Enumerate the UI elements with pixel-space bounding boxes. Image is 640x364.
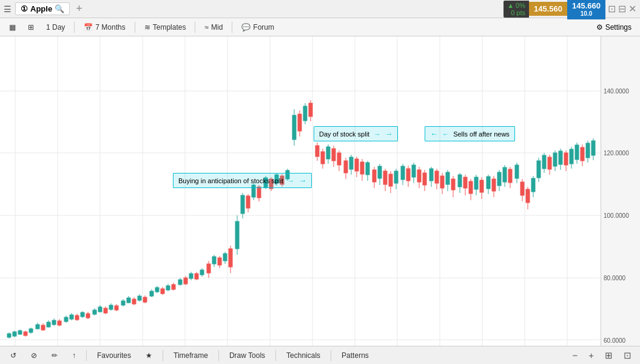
tab-number: ① [21,4,28,13]
scroll-button[interactable]: ⊡ [619,348,636,363]
svg-rect-40 [24,332,27,335]
mid-button[interactable]: ≈ Mid [199,21,228,34]
timeframe-button[interactable]: Timeframe [167,349,215,362]
svg-rect-138 [303,106,307,121]
minimize-icon[interactable]: ⊟ [618,3,626,15]
templates-button[interactable]: ≋ Templates [139,21,192,34]
add-chart-button[interactable]: ⊞ [600,348,618,363]
separator3 [195,22,195,33]
svg-rect-46 [41,325,45,330]
svg-rect-156 [355,159,359,171]
restore-icon[interactable]: ⊡ [608,3,616,15]
svg-rect-210 [508,169,512,183]
svg-rect-72 [115,306,118,310]
svg-rect-196 [469,181,473,194]
svg-rect-230 [564,153,568,165]
annotation-stock-split: Day of stock split → [314,126,398,141]
menu-icon[interactable]: ☰ [4,4,12,14]
price-badge: ▲ 0% 0 pts 145.560 145.660 10.0 ⊡ ⊟ ✕ [504,0,636,19]
star-button[interactable]: ★ [139,349,159,362]
svg-rect-192 [458,175,462,187]
reset-icon: ↺ [10,351,16,360]
bottom-separator5 [331,350,331,361]
zoom-out-button[interactable]: − [567,348,582,363]
patterns-button[interactable]: Patterns [335,349,376,362]
technicals-button[interactable]: Technicals [280,349,327,362]
patterns-label: Patterns [342,351,369,360]
cancel-button[interactable]: ⊘ [24,349,44,362]
svg-rect-80 [138,296,141,300]
period-label: 7 Months [95,23,125,32]
svg-rect-96 [184,278,187,284]
close-icon[interactable]: ✕ [628,3,636,15]
svg-rect-238 [586,143,590,158]
price-bid[interactable]: 145.560 [529,2,567,16]
search-icon[interactable]: 🔍 [55,4,64,13]
svg-rect-160 [366,163,369,175]
svg-rect-172 [401,166,405,180]
mid-icon: ≈ [204,23,209,32]
svg-rect-218 [531,178,535,192]
chart-area[interactable]: 27 Apr 11 May 26 May 8 Jun 22 Jun 6 Jul … [0,36,640,346]
svg-rect-76 [127,298,130,303]
svg-rect-154 [349,157,353,169]
window-controls: ⊡ ⊟ ✕ [608,3,636,15]
separator4 [232,22,232,33]
svg-rect-198 [474,177,478,189]
bottom-right-controls: − + ⊞ ⊡ [567,348,636,363]
svg-rect-74 [121,301,125,305]
svg-rect-64 [93,310,96,314]
svg-rect-100 [195,274,198,279]
svg-rect-118 [246,196,250,208]
arrow-up-button[interactable]: ↑ [66,349,83,362]
y-axis: 140.0000 120.0000 100.0000 80.0000 60.00… [601,36,640,346]
svg-rect-212 [515,165,519,178]
period-button[interactable]: 📅 7 Months [78,21,130,34]
svg-rect-134 [292,115,296,140]
timeframe-button[interactable]: 1 Day [41,21,70,34]
templates-label: Templates [153,23,186,32]
bottom-separator2 [163,350,163,361]
svg-rect-36 [13,332,16,336]
arrow-up-icon: ↑ [72,351,76,360]
svg-rect-180 [423,173,426,185]
svg-rect-178 [417,170,421,182]
price-change: ▲ 0% 0 pts [504,1,529,18]
forum-button[interactable]: 💬 Forum [236,21,280,34]
svg-rect-188 [446,172,450,184]
svg-rect-110 [223,254,227,261]
bottom-separator4 [275,350,276,361]
svg-rect-108 [218,258,221,265]
svg-rect-56 [70,315,73,319]
favourites-button[interactable]: Favourites [90,349,138,362]
svg-rect-220 [537,161,541,178]
settings-button[interactable]: ⚙ Settings [591,21,636,33]
svg-rect-112 [229,249,232,267]
reset-button[interactable]: ↺ [4,349,23,362]
symbol-tab[interactable]: ① Apple 🔍 [15,2,70,15]
svg-rect-162 [372,170,376,182]
svg-rect-208 [503,167,507,182]
svg-rect-222 [542,155,546,169]
chart-type-button[interactable]: ▦ [4,21,21,34]
zoom-in-button[interactable]: + [584,348,599,363]
svg-rect-174 [406,169,410,181]
pencil-button[interactable]: ✏ [45,349,64,362]
annotation-buying: Buying in anticipation of stocks split → [173,173,312,188]
separator2 [135,22,135,33]
draw-tools-label: Draw Tools [229,351,265,360]
svg-rect-88 [161,289,164,294]
svg-rect-216 [526,189,530,203]
svg-rect-152 [344,161,348,173]
svg-rect-142 [315,146,319,157]
svg-rect-34 [7,334,11,337]
draw-tools-button[interactable]: Draw Tools [223,349,272,362]
annotation-sells-off: ← Sells off after news [425,126,515,141]
add-tab-button[interactable]: + [76,2,83,15]
svg-rect-182 [429,169,433,181]
price-ask[interactable]: 145.660 10.0 [567,0,605,19]
grid-button[interactable]: ⊞ [22,21,39,34]
svg-rect-184 [435,171,439,183]
svg-rect-148 [332,149,335,161]
svg-rect-54 [64,317,68,322]
